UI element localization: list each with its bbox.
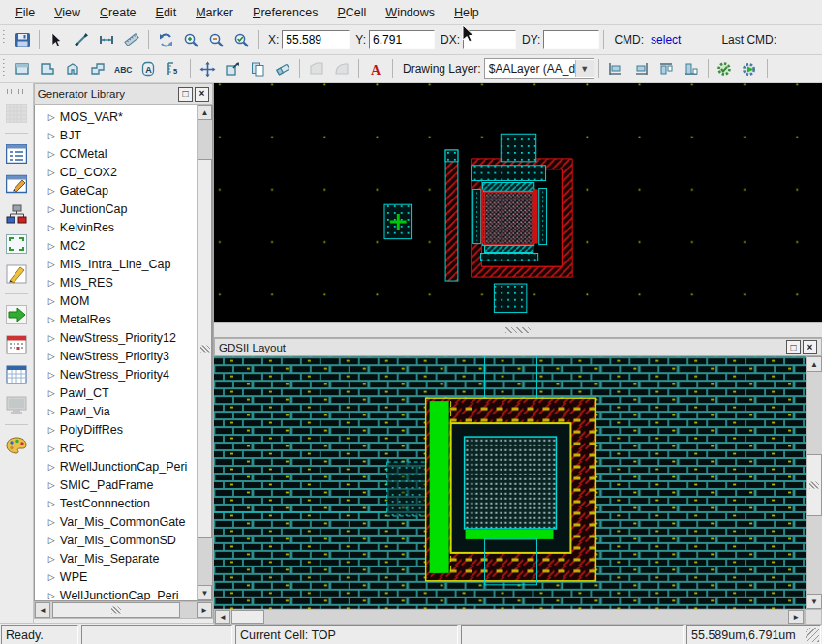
drawing-layer-combobox[interactable]: $AALayer (AA_drawing) ▼ [484, 58, 594, 79]
zoom-in-button[interactable] [179, 28, 202, 51]
expander-icon[interactable]: ▷ [48, 572, 60, 582]
ruler-tool-button[interactable] [120, 28, 143, 51]
toolbar-handle[interactable] [2, 30, 7, 49]
toolbar2-handle[interactable] [2, 59, 7, 78]
generator-tree[interactable]: ▷MOS_VAR*▷BJT▷CCMetal▷CD_COX2▷GateCap▷Ju… [35, 105, 197, 600]
move-tool-button[interactable] [196, 57, 219, 80]
tree-item[interactable]: ▷MIS_Intra_Line_Cap [35, 255, 197, 273]
gdsii-vscroll-track[interactable] [807, 372, 822, 594]
scroll-right-icon[interactable]: ► [197, 602, 212, 618]
notes-button[interactable] [3, 261, 30, 287]
gds-scroll-up-icon[interactable]: ▲ [807, 356, 822, 372]
edit-cell-button[interactable] [3, 170, 30, 197]
menu-windows[interactable]: Windows [376, 3, 444, 22]
tree-item[interactable]: ▷CCMetal [35, 144, 197, 163]
gdsii-vscroll-thumb[interactable] [807, 454, 822, 516]
zoom-out-button[interactable] [204, 28, 228, 51]
gdsii-restore-button[interactable]: □ [786, 340, 801, 354]
tree-item[interactable]: ▷NewStress_Priority3 [35, 347, 197, 365]
view-area-button[interactable] [3, 230, 30, 257]
export-button[interactable] [3, 301, 30, 327]
ruler-label-tool-button[interactable]: 5 [162, 57, 185, 80]
select-tool-button[interactable] [45, 28, 68, 51]
save-button[interactable] [11, 28, 34, 51]
run-generator-button[interactable] [739, 57, 762, 80]
tree-item[interactable]: ▷Var_Mis_CommonSD [35, 531, 197, 549]
menu-edit[interactable]: Edit [146, 3, 187, 22]
menu-help[interactable]: Help [444, 3, 489, 22]
panel-close-button[interactable]: × [195, 87, 209, 102]
delete-tool-button[interactable] [271, 57, 294, 80]
generator-vscroll-thumb[interactable] [198, 159, 212, 538]
tree-item[interactable]: ▷MOM [35, 291, 197, 310]
canvas-splitter[interactable] [214, 322, 822, 338]
tree-item[interactable]: ▷RFC [35, 439, 197, 457]
expander-icon[interactable]: ▷ [48, 333, 60, 343]
expander-icon[interactable]: ▷ [48, 444, 60, 453]
tree-item[interactable]: ▷NewStress_Priority12 [35, 328, 197, 347]
tree-item[interactable]: ▷PolyDiffRes [35, 420, 197, 439]
menu-view[interactable]: View [45, 3, 90, 22]
expander-icon[interactable]: ▷ [48, 315, 60, 324]
tree-item[interactable]: ▷SMIC_PadFrame [35, 475, 197, 494]
gds-scroll-down-icon[interactable]: ▼ [807, 594, 822, 609]
new-cell-button[interactable] [3, 100, 30, 126]
expander-icon[interactable]: ▷ [48, 536, 60, 545]
layer-palette-button[interactable] [3, 432, 30, 458]
expander-icon[interactable]: ▷ [48, 278, 60, 288]
menu-preferences[interactable]: Preferences [243, 3, 327, 22]
expander-icon[interactable]: ▷ [48, 260, 60, 269]
hierarchy-button[interactable] [3, 200, 30, 227]
text-label-tool-button[interactable]: ABC [111, 57, 135, 80]
scroll-up-icon[interactable]: ▲ [198, 105, 212, 120]
dy-input[interactable] [543, 30, 599, 49]
combo-dropdown-icon[interactable]: ▼ [575, 60, 594, 77]
polygon-tool-button[interactable] [36, 57, 59, 80]
expander-icon[interactable]: ▷ [48, 241, 60, 251]
x-input[interactable] [282, 30, 350, 49]
tree-item[interactable]: ▷TestConnnection [35, 494, 197, 512]
tree-item[interactable]: ▷MOS_VAR* [35, 107, 197, 126]
expander-icon[interactable]: ▷ [48, 352, 60, 361]
path2-tool-button[interactable] [86, 57, 109, 80]
expander-icon[interactable]: ▷ [48, 407, 60, 416]
path-tool-button[interactable] [61, 57, 84, 80]
tree-item[interactable]: ▷Var_Mis_Separate [35, 549, 197, 567]
generator-hscroll-track[interactable] [50, 602, 197, 618]
gdsii-hscrollbar[interactable]: ◄ ► [214, 609, 805, 625]
tree-item[interactable]: ▷JunctionCap [35, 199, 197, 218]
generator-vscroll-track[interactable] [198, 120, 212, 585]
generator-library-header[interactable]: Generator Library □ × [34, 83, 213, 105]
y-input[interactable] [369, 30, 435, 49]
expander-icon[interactable]: ▷ [48, 591, 60, 600]
scroll-down-icon[interactable]: ▼ [198, 585, 212, 600]
tree-item[interactable]: ▷GateCap [35, 181, 197, 199]
expander-icon[interactable]: ▷ [48, 223, 60, 232]
gdsii-close-button[interactable]: × [803, 340, 817, 354]
align-right-button[interactable] [629, 57, 653, 80]
tree-item[interactable]: ▷Pawl_Via [35, 402, 197, 420]
expander-icon[interactable]: ▷ [48, 112, 60, 122]
generator-hscrollbar[interactable]: ◄ ► [34, 601, 213, 619]
layout-canvas-top[interactable] [214, 83, 822, 322]
tree-item[interactable]: ▷Var_Mis_CommonGate [35, 512, 197, 531]
tree-item[interactable]: ▷MC2 [35, 236, 197, 255]
gdsii-hscroll-track[interactable] [230, 610, 788, 624]
tree-item[interactable]: ▷MetalRes [35, 310, 197, 328]
expander-icon[interactable]: ▷ [48, 388, 60, 398]
expander-icon[interactable]: ▷ [48, 554, 60, 564]
stretch-edit-button[interactable] [221, 57, 244, 80]
dx-input[interactable] [463, 30, 516, 49]
menu-marker[interactable]: Marker [186, 3, 243, 22]
menu-pcell[interactable]: PCell [327, 3, 376, 22]
schedule-button[interactable] [3, 331, 30, 357]
align-top-button[interactable] [655, 57, 678, 80]
menu-file[interactable]: File [6, 3, 45, 22]
window-resize-grip[interactable] [806, 628, 819, 642]
redraw-button[interactable] [154, 28, 177, 51]
expander-icon[interactable]: ▷ [48, 517, 60, 527]
expander-icon[interactable]: ▷ [48, 131, 60, 140]
rectangle-tool-button[interactable] [11, 57, 34, 80]
gdsii-header[interactable]: GDSII Layout □ × [214, 338, 822, 356]
expander-icon[interactable]: ▷ [48, 186, 60, 196]
